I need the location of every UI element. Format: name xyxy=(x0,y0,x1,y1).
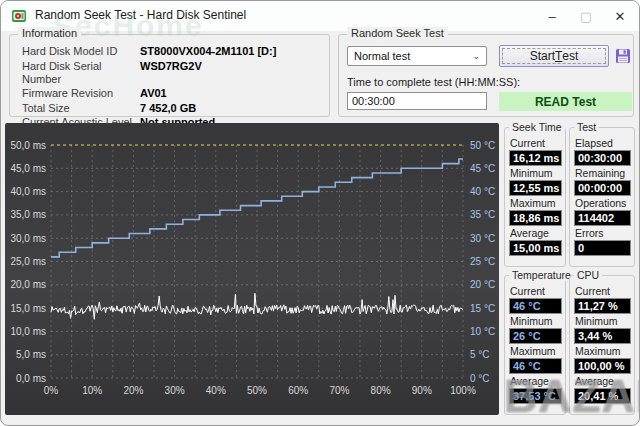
stat-label: Minimum xyxy=(575,315,631,327)
seek-time-maximum-value: 18,86 ms xyxy=(509,210,562,226)
temperature-caption: Temperature xyxy=(509,269,574,281)
stat-label: Average xyxy=(510,375,562,387)
seek-time-current-value: 16,12 ms xyxy=(509,150,562,166)
stat-label: Current xyxy=(510,137,562,149)
stat-label: Maximum xyxy=(510,197,562,209)
svg-text:0 °C: 0 °C xyxy=(470,373,490,384)
test-type-value: Normal test xyxy=(354,50,410,62)
seek-time-caption: Seek Time xyxy=(509,121,565,133)
seek-chart: 0,0 ms5,0 ms10,0 ms15,0 ms20,0 ms25,0 ms… xyxy=(5,123,499,415)
test-elapsed-value: 00:30:00 xyxy=(574,150,631,166)
info-label: Hard Disk Serial Number xyxy=(22,60,140,86)
cpu-group: CPU Current 11,27 % Minimum 3,44 % Maxim… xyxy=(569,275,635,415)
seek-time-group: Seek Time Current 16,12 ms Minimum 12,55… xyxy=(504,127,566,267)
start-test-button[interactable]: Start Test xyxy=(499,45,609,67)
svg-text:90%: 90% xyxy=(412,385,432,396)
time-to-complete-label: Time to complete test (HH:MM:SS): xyxy=(347,76,520,88)
test-remaining-value: 00:00:00 xyxy=(574,180,631,196)
stat-label: Maximum xyxy=(510,345,562,357)
svg-text:60%: 60% xyxy=(288,385,308,396)
svg-text:30 °C: 30 °C xyxy=(470,233,495,244)
cpu-maximum-value: 100,00 % xyxy=(574,358,631,374)
svg-text:0,0 ms: 0,0 ms xyxy=(16,373,46,384)
stat-label: Average xyxy=(510,227,562,239)
svg-text:40 °C: 40 °C xyxy=(470,186,495,197)
svg-text:80%: 80% xyxy=(371,385,391,396)
information-rows: Hard Disk Model ID ST8000VX004-2M1101 [D… xyxy=(22,45,323,129)
info-label: Hard Disk Model ID xyxy=(22,45,140,58)
random-seek-test-group: Random Seek Test Normal test ⌄ Start Tes… xyxy=(338,34,634,117)
title-bar: Random Seek Test - Hard Disk Sentinel – … xyxy=(1,1,640,31)
test-errors-value: 0 xyxy=(574,240,631,256)
test-type-dropdown[interactable]: Normal test ⌄ xyxy=(347,46,487,66)
svg-text:5,0 ms: 5,0 ms xyxy=(16,349,46,360)
stat-label: Minimum xyxy=(510,167,562,179)
stat-label: Maximum xyxy=(575,345,631,357)
svg-text:35 °C: 35 °C xyxy=(470,209,495,220)
svg-text:25 °C: 25 °C xyxy=(470,256,495,267)
svg-text:15 °C: 15 °C xyxy=(470,303,495,314)
minimize-button[interactable]: – xyxy=(535,1,569,31)
time-to-complete-input[interactable] xyxy=(347,92,487,110)
info-label: Total Size xyxy=(22,102,140,115)
svg-text:45 °C: 45 °C xyxy=(470,163,495,174)
save-icon[interactable] xyxy=(615,48,631,64)
hard-disk-sentinel-icon xyxy=(11,8,27,24)
temperature-maximum-value: 46 °C xyxy=(509,358,562,374)
svg-text:20 °C: 20 °C xyxy=(470,279,495,290)
stat-label: Minimum xyxy=(510,315,562,327)
temperature-current-value: 46 °C xyxy=(509,298,562,314)
close-button[interactable]: ✕ xyxy=(603,1,637,31)
info-label: Firmware Revision xyxy=(22,87,140,100)
cpu-minimum-value: 3,44 % xyxy=(574,328,631,344)
svg-text:50%: 50% xyxy=(247,385,267,396)
seek-time-minimum-value: 12,55 ms xyxy=(509,180,562,196)
random-seek-test-caption: Random Seek Test xyxy=(347,27,448,39)
stat-label: Current xyxy=(510,285,562,297)
svg-text:30%: 30% xyxy=(165,385,185,396)
stat-label: Errors xyxy=(575,227,631,239)
svg-text:10%: 10% xyxy=(82,385,102,396)
stat-label: Current xyxy=(575,285,631,297)
svg-text:40,0 ms: 40,0 ms xyxy=(10,186,46,197)
stat-label: Average xyxy=(575,375,631,387)
cpu-current-value: 11,27 % xyxy=(574,298,631,314)
cpu-caption: CPU xyxy=(574,269,602,281)
temperature-group: Temperature Current 46 °C Minimum 26 °C … xyxy=(504,275,566,415)
start-test-label-rest: est xyxy=(562,49,578,63)
svg-text:10 °C: 10 °C xyxy=(470,326,495,337)
svg-text:20,0 ms: 20,0 ms xyxy=(10,279,46,290)
stat-label: Remaining xyxy=(575,167,631,179)
random-seek-test-window: Random Seek Test - Hard Disk Sentinel – … xyxy=(0,0,640,426)
svg-text:0%: 0% xyxy=(44,385,59,396)
start-test-accel: T xyxy=(555,49,562,63)
seek-time-average-value: 15,00 ms xyxy=(509,240,562,256)
test-group: Test Elapsed 00:30:00 Remaining 00:00:00… xyxy=(569,127,635,267)
test-operations-value: 114402 xyxy=(574,210,631,226)
svg-text:70%: 70% xyxy=(329,385,349,396)
information-group: Information Hard Disk Model ID ST8000VX0… xyxy=(9,34,330,117)
svg-text:50 °C: 50 °C xyxy=(470,140,495,151)
stats-panel: Seek Time Current 16,12 ms Minimum 12,55… xyxy=(501,123,637,415)
information-caption: Information xyxy=(18,27,81,39)
svg-text:10,0 ms: 10,0 ms xyxy=(10,326,46,337)
temperature-average-value: 37,53 °C xyxy=(509,388,562,404)
temperature-minimum-value: 26 °C xyxy=(509,328,562,344)
svg-text:30,0 ms: 30,0 ms xyxy=(10,233,46,244)
cpu-average-value: 20,41 % xyxy=(574,388,631,404)
svg-text:5 °C: 5 °C xyxy=(470,349,490,360)
svg-text:25,0 ms: 25,0 ms xyxy=(10,256,46,267)
svg-text:100%: 100% xyxy=(450,385,476,396)
start-test-label: Start xyxy=(530,49,555,63)
chart-panel: 0,0 ms5,0 ms10,0 ms15,0 ms20,0 ms25,0 ms… xyxy=(5,123,499,415)
info-value: AV01 xyxy=(140,87,323,100)
maximize-button[interactable]: ▢ xyxy=(569,1,603,31)
window-title: Random Seek Test - Hard Disk Sentinel xyxy=(35,8,246,22)
svg-text:45,0 ms: 45,0 ms xyxy=(10,163,46,174)
read-test-status-badge: READ Test xyxy=(499,92,632,111)
info-value: ST8000VX004-2M1101 [D:] xyxy=(140,45,323,58)
test-caption: Test xyxy=(574,121,599,133)
chevron-down-icon: ⌄ xyxy=(472,51,480,61)
info-value: 7 452,0 GB xyxy=(140,102,323,115)
svg-text:35,0 ms: 35,0 ms xyxy=(10,209,46,220)
